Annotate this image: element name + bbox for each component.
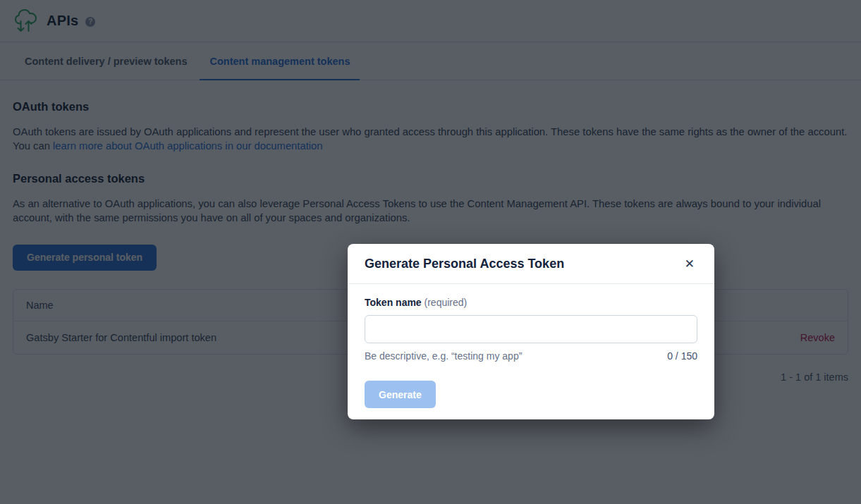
token-name-label-text: Token name [365, 297, 422, 308]
modal-header: Generate Personal Access Token ✕ [348, 244, 714, 284]
token-name-label: Token name (required) [365, 297, 697, 308]
character-counter: 0 / 150 [667, 350, 697, 362]
token-name-helper-text: Be descriptive, e.g. “testing my app” [365, 350, 522, 362]
modal-body: Token name (required) Be descriptive, e.… [348, 284, 714, 419]
token-name-required-hint: (required) [422, 297, 468, 308]
generate-button[interactable]: Generate [365, 381, 436, 408]
generate-token-modal: Generate Personal Access Token ✕ Token n… [348, 244, 714, 419]
helper-row: Be descriptive, e.g. “testing my app” 0 … [365, 350, 697, 362]
modal-title: Generate Personal Access Token [365, 257, 564, 271]
token-name-input[interactable] [365, 315, 697, 343]
close-icon[interactable]: ✕ [682, 255, 697, 273]
